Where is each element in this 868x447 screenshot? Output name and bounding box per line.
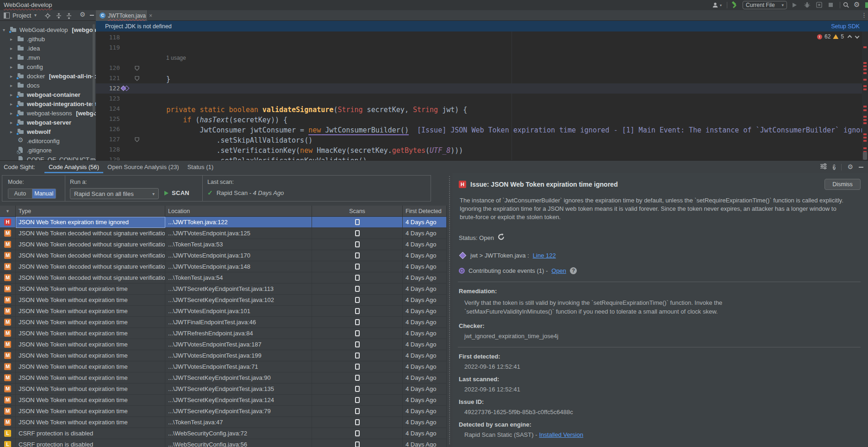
installed-version-link[interactable]: Installed Version [539,431,583,438]
tree-item[interactable]: ▸ config [0,62,96,71]
first-detected-column-header[interactable]: First Detected [403,206,447,217]
scan-checkbox-icon[interactable] [355,408,360,414]
scan-checkbox-icon[interactable] [355,319,360,325]
scans-column-header[interactable]: Scans [312,206,403,217]
toolwindow-gear-icon[interactable]: ⚙ [847,164,853,170]
tree-item[interactable]: CODE_OF_CONDUCT.md [0,155,96,160]
code-line[interactable]: 122 JwtConsumer jwtConsumer = new JwtCon… [96,83,868,94]
issue-table-row[interactable]: L CSRF protection is disabled ...\WebSec… [0,428,447,439]
code-line[interactable]: 128 jwtConsumer.processToClaims(jwt); [96,145,868,155]
scan-checkbox-icon[interactable] [355,419,360,425]
build-hammer-icon[interactable] [731,1,738,9]
search-everywhere-icon[interactable] [843,1,849,8]
code-line[interactable]: 121 if (hasText(secretKey)) { [96,73,868,83]
help-icon[interactable]: ? [833,164,836,171]
tree-chevron-icon[interactable]: ▸ [10,55,17,60]
tree-item[interactable]: ▸ .github [0,34,96,44]
fold-marker-icon[interactable] [135,76,139,82]
issue-table-row[interactable]: M JSON Web Token without expiration time… [0,295,447,306]
tree-item[interactable]: .editorconfig [0,136,96,145]
next-issue-icon[interactable] [855,34,860,38]
code-line[interactable]: 1 usage [96,53,868,63]
project-toolwindow-icon[interactable] [4,13,10,19]
tab-options-icon[interactable]: ⋮ [861,12,867,19]
debug-bug-icon[interactable] [804,1,811,8]
tree-item[interactable]: ▾ WebGoat-develop [webgoat-parent] [0,25,96,34]
expand-all-icon[interactable] [56,13,62,20]
scan-checkbox-icon[interactable] [355,341,360,347]
user-profile-icon[interactable]: ▾ [712,2,722,8]
code-line[interactable]: 125 .setRelaxVerificationKeyValidation() [96,114,868,124]
refresh-status-icon[interactable] [498,233,505,242]
error-stripe-mark[interactable] [863,79,867,81]
issue-table-row[interactable]: M JSON Web Token without expiration time… [0,306,447,317]
notification-icon[interactable] [865,2,868,8]
issue-table-row[interactable]: M JSON Web Token without expiration time… [0,328,447,339]
scan-checkbox-icon[interactable] [355,264,360,270]
mode-toggle[interactable]: Auto Manual [8,189,56,199]
dismiss-button[interactable]: Dismiss [824,179,861,190]
collapse-all-icon[interactable] [66,13,72,20]
error-stripe-mark[interactable] [863,72,867,74]
scan-checkbox-icon[interactable] [355,308,360,314]
scan-checkbox-icon[interactable] [355,397,360,403]
code-line[interactable]: 127 try { [96,134,868,145]
hide-panel-icon[interactable] [90,15,94,16]
issue-table-row[interactable]: M JSON Web Token decoded without signatu… [0,250,447,261]
editor-scrollbar-thumb[interactable] [863,152,867,160]
prev-issue-icon[interactable] [848,35,852,40]
issue-table-row[interactable]: M JSON Web Token without expiration time… [0,361,447,372]
error-stripe-mark[interactable] [863,137,867,139]
issue-table-row[interactable]: H JSON Web Token expiration time ignored… [0,217,447,228]
toolwindow-tab[interactable]: Open Source Analysis (23) [103,161,183,173]
toolwindow-tab[interactable]: Status (1) [183,161,218,173]
issue-table-row[interactable]: M JSON Web Token without expiration time… [0,395,447,406]
issue-table-row[interactable]: M JSON Web Token without expiration time… [0,350,447,361]
inspections-widget[interactable]: ! 62 5 [817,33,859,40]
tree-item[interactable]: ▸ webwolf [0,127,96,136]
run-with-coverage-icon[interactable] [816,1,823,8]
issue-table-row[interactable]: M JSON Web Token without expiration time… [0,384,447,395]
issue-table-row[interactable]: M JSON Web Token decoded without signatu… [0,261,447,272]
code-line[interactable]: 123 .setSkipAllValidators() [96,94,868,104]
error-stripe-mark[interactable] [863,46,867,48]
issue-table-row[interactable]: M JSON Web Token without expiration time… [0,317,447,328]
events-help-icon[interactable]: ? [570,267,577,274]
scan-checkbox-icon[interactable] [355,441,360,447]
error-stripe-mark[interactable] [863,69,867,70]
mode-manual-option[interactable]: Manual [32,189,56,198]
error-stripe-mark[interactable] [863,88,867,90]
usages-inlay-hint[interactable]: 1 usage [166,53,186,63]
error-stripe-mark[interactable] [863,85,867,87]
tree-item[interactable]: .gitignore [0,145,96,155]
issue-table-row[interactable]: M JSON Web Token decoded without signatu… [0,272,447,283]
scan-button[interactable]: SCAN [164,189,189,196]
scan-checkbox-icon[interactable] [355,230,360,236]
tree-item[interactable]: ▸ docker [webgoat-all-in-one-docke [0,71,96,81]
tree-item[interactable]: ▸ webgoat-server [0,118,96,127]
line-link[interactable]: Line 122 [533,252,556,259]
scan-checkbox-icon[interactable] [355,330,360,336]
error-stripe-mark[interactable] [863,106,867,107]
scan-checkbox-icon[interactable] [355,297,360,303]
tree-item[interactable]: ▸ webgoat-lessons [webgoat-lessons [0,108,96,118]
tree-item[interactable]: ▸ webgoat-integration-tests [0,99,96,108]
toolwindow-tab[interactable]: Code Analysis (56) [44,161,103,173]
code-line[interactable]: 119 [96,43,868,53]
scan-checkbox-icon[interactable] [355,286,360,292]
issue-table-row[interactable]: L CSRF protection is disabled ...\WebSec… [0,439,447,447]
tree-chevron-icon[interactable]: ▸ [10,46,17,51]
open-events-link[interactable]: Open [551,267,566,274]
editor-error-stripe[interactable] [862,31,868,160]
issue-table-row[interactable]: M JSON Web Token without expiration time… [0,417,447,428]
scan-checkbox-icon[interactable] [355,353,360,359]
tree-vertical-scrollbar[interactable] [93,24,95,113]
scan-checkbox-icon[interactable] [355,275,360,281]
tree-item[interactable]: ▸ .mvn [0,53,96,62]
close-tab-icon[interactable]: × [149,13,152,19]
stop-button[interactable] [829,3,833,7]
tree-chevron-icon[interactable]: ▸ [10,64,17,69]
run-configuration-select[interactable]: Current File ▾ [743,1,787,9]
type-column-header[interactable]: Type [16,206,165,217]
issue-diamond-gutter-icon[interactable] [120,85,130,93]
